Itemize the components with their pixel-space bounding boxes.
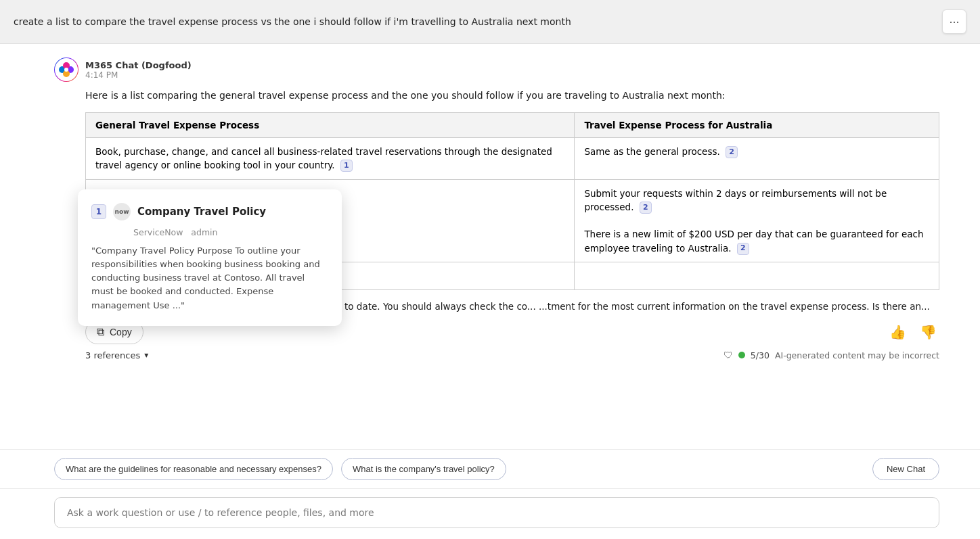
tooltip-author: admin	[191, 227, 217, 237]
thumbs-down-button[interactable]: 👎	[917, 321, 939, 343]
tooltip-meta: ServiceNow admin	[91, 227, 328, 237]
thumbs-up-button[interactable]: 👍	[887, 321, 909, 343]
tooltip-ref-number: 1	[91, 204, 106, 219]
ref-badge: 2	[726, 146, 738, 158]
references-label: 3 references	[85, 350, 140, 360]
main-container: create a list to compare the travel expe…	[0, 0, 980, 539]
tooltip-title: Company Travel Policy	[137, 206, 266, 218]
table-header-col1: General Travel Expense Process	[86, 113, 575, 138]
chevron-down-icon: ▾	[144, 350, 148, 360]
ai-timestamp: 4:14 PM	[85, 70, 192, 80]
more-options-icon: ···	[949, 15, 959, 29]
ref-badge: 2	[640, 202, 652, 214]
references-toggle[interactable]: 3 references ▾	[85, 350, 148, 360]
thumbs-down-icon: 👎	[920, 325, 937, 339]
avatar-inner	[55, 58, 78, 81]
input-bar	[0, 488, 980, 539]
new-chat-button[interactable]: New Chat	[872, 458, 939, 480]
table-header-col2: Travel Expense Process for Australia	[575, 113, 939, 138]
tooltip-popup: 1 now Company Travel Policy ServiceNow a…	[78, 189, 342, 326]
table-row: Book, purchase, change, and cancel all b…	[86, 138, 939, 180]
shield-icon: 🛡	[723, 350, 733, 360]
token-count: 5/30	[751, 350, 770, 360]
copy-icon: ⧉	[97, 326, 104, 338]
tooltip-header: 1 now Company Travel Policy	[91, 203, 328, 220]
ai-intro-text: Here is a list comparing the general tra…	[85, 89, 939, 103]
ref-badge: 1	[340, 160, 353, 172]
table-cell	[575, 262, 939, 289]
svg-point-4	[64, 68, 68, 72]
copy-label: Copy	[110, 327, 132, 337]
table-cell: Same as the general process. 2	[575, 138, 939, 180]
tooltip-source-icon: now	[113, 203, 131, 220]
user-message-text: create a list to compare the travel expe…	[14, 16, 934, 27]
tooltip-excerpt: "Company Travel Policy Purpose To outlin…	[91, 244, 328, 312]
references-right: 🛡 5/30 AI-generated content may be incor…	[723, 350, 939, 360]
tooltip-source: ServiceNow	[133, 227, 183, 237]
chat-input[interactable]	[54, 497, 939, 528]
suggested-prompt-1[interactable]: What are the guidelines for reasonable a…	[54, 458, 333, 480]
ref-badge: 2	[737, 243, 749, 255]
green-dot-indicator	[738, 352, 745, 358]
table-cell: Book, purchase, change, and cancel all b…	[86, 138, 575, 180]
ai-meta: M365 Chat (Dogfood) 4:14 PM	[85, 60, 192, 80]
suggested-prompt-2[interactable]: What is the company's travel policy?	[341, 458, 506, 480]
references-bar: 3 references ▾ 🛡 5/30 AI-generated conte…	[85, 350, 939, 360]
thumbs-up-icon: 👍	[889, 325, 906, 339]
copilot-logo-icon	[58, 62, 74, 78]
more-options-button[interactable]: ···	[942, 9, 966, 34]
ai-sender-name: M365 Chat (Dogfood)	[85, 60, 192, 70]
ai-message-header: M365 Chat (Dogfood) 4:14 PM	[54, 57, 939, 82]
user-message-bar: create a list to compare the travel expe…	[0, 0, 980, 44]
ai-disclaimer-text: AI-generated content may be incorrect	[775, 350, 939, 360]
suggested-prompts-bar: What are the guidelines for reasonable a…	[0, 449, 980, 488]
avatar	[54, 57, 79, 82]
feedback-icons: 👍 👎	[887, 321, 939, 343]
table-cell: Submit your requests within 2 days or re…	[575, 179, 939, 262]
